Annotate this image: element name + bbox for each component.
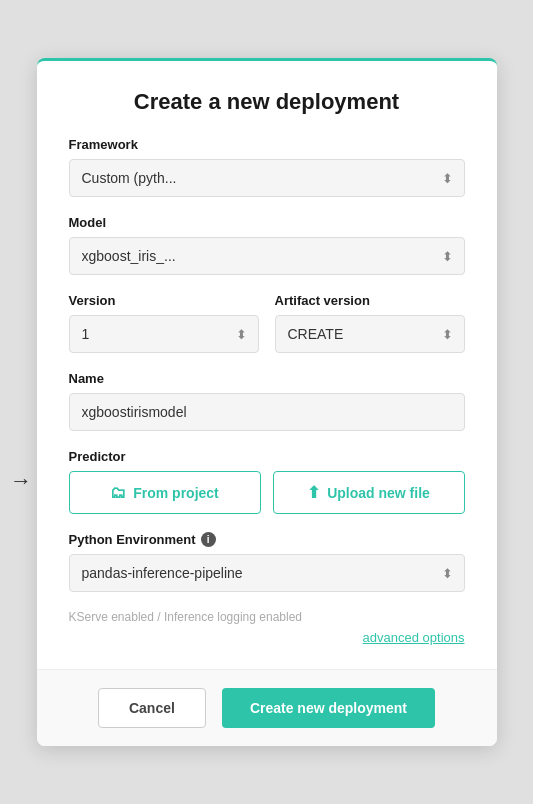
from-project-button[interactable]: 🗂 From project xyxy=(69,471,261,514)
artifact-version-label: Artifact version xyxy=(275,293,465,308)
artifact-version-select[interactable]: CREATE xyxy=(275,315,465,353)
model-select[interactable]: xgboost_iris_... xyxy=(69,237,465,275)
predictor-field: Predictor 🗂 From project ⬆ Upload new fi… xyxy=(69,449,465,514)
framework-field: Framework Custom (pyth... xyxy=(69,137,465,197)
create-deployment-dialog: Create a new deployment Framework Custom… xyxy=(37,58,497,746)
framework-select[interactable]: Custom (pyth... xyxy=(69,159,465,197)
dialog-body: Create a new deployment Framework Custom… xyxy=(37,61,497,669)
python-env-select[interactable]: pandas-inference-pipeline xyxy=(69,554,465,592)
create-deployment-button[interactable]: Create new deployment xyxy=(222,688,435,728)
folder-icon: 🗂 xyxy=(110,484,126,502)
dialog-footer: Cancel Create new deployment xyxy=(37,669,497,746)
model-label: Model xyxy=(69,215,465,230)
version-row: Version 1 Artifact version CREATE xyxy=(69,293,465,353)
dialog-wrapper: → Create a new deployment Framework Cust… xyxy=(0,0,533,804)
python-env-field: Python Environment i pandas-inference-pi… xyxy=(69,532,465,592)
name-label: Name xyxy=(69,371,465,386)
python-env-select-wrapper: pandas-inference-pipeline xyxy=(69,554,465,592)
framework-label: Framework xyxy=(69,137,465,152)
framework-select-wrapper: Custom (pyth... xyxy=(69,159,465,197)
predictor-buttons: 🗂 From project ⬆ Upload new file xyxy=(69,471,465,514)
dialog-title: Create a new deployment xyxy=(69,89,465,115)
python-env-label: Python Environment i xyxy=(69,532,465,547)
info-icon[interactable]: i xyxy=(201,532,216,547)
artifact-version-select-wrapper: CREATE xyxy=(275,315,465,353)
upload-icon: ⬆ xyxy=(307,483,320,502)
status-text: KServe enabled / Inference logging enabl… xyxy=(69,610,465,624)
arrow-indicator: → xyxy=(10,468,32,494)
version-select[interactable]: 1 xyxy=(69,315,259,353)
model-field: Model xgboost_iris_... xyxy=(69,215,465,275)
from-project-label: From project xyxy=(133,485,219,501)
version-field: Version 1 xyxy=(69,293,259,353)
name-input[interactable] xyxy=(69,393,465,431)
artifact-version-field: Artifact version CREATE xyxy=(275,293,465,353)
cancel-button[interactable]: Cancel xyxy=(98,688,206,728)
upload-label: Upload new file xyxy=(327,485,430,501)
version-label: Version xyxy=(69,293,259,308)
model-select-wrapper: xgboost_iris_... xyxy=(69,237,465,275)
name-field: Name xyxy=(69,371,465,431)
upload-file-button[interactable]: ⬆ Upload new file xyxy=(273,471,465,514)
advanced-options-link[interactable]: advanced options xyxy=(69,630,465,645)
predictor-label: Predictor xyxy=(69,449,465,464)
version-select-wrapper: 1 xyxy=(69,315,259,353)
